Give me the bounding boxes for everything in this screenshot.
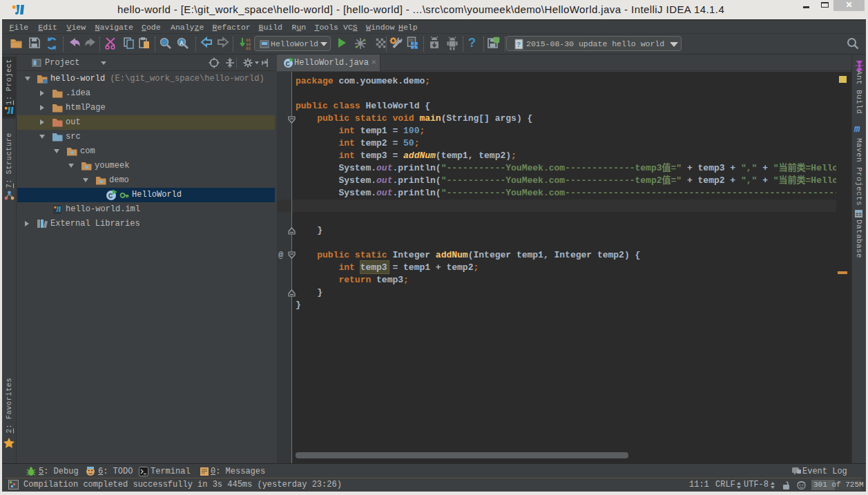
svg-text:?: ? [517, 41, 521, 49]
svg-text:C: C [108, 192, 113, 200]
svg-text:01: 01 [246, 46, 251, 50]
svg-text:C: C [286, 60, 291, 68]
svg-text:A: A [180, 40, 184, 47]
